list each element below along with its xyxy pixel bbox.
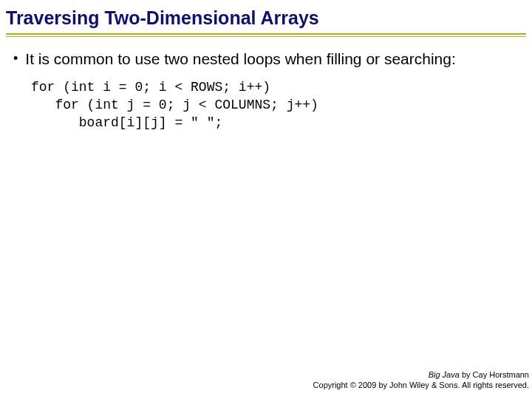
footer-line-1: Big Java by Cay Horstmann [313,369,529,380]
bullet-text: It is common to use two nested loops whe… [25,50,455,68]
bullet-item: • It is common to use two nested loops w… [13,50,525,68]
code-line-3: board[i][j] = " "; [31,115,222,130]
slide-body: • It is common to use two nested loops w… [0,37,532,132]
slide-title: Traversing Two-Dimensional Arrays [6,7,526,29]
footer-book-title: Big Java [429,370,460,379]
title-region: Traversing Two-Dimensional Arrays [0,0,532,37]
footer-copyright: Copyright © 2009 by John Wiley & Sons. A… [313,380,529,390]
code-line-1: for (int i = 0; i < ROWS; i++) [31,80,270,95]
rule-thick [6,33,526,35]
bullet-marker: • [13,50,18,66]
footer-author: by Cay Horstmann [460,370,529,379]
code-block: for (int i = 0; i < ROWS; i++) for (int … [13,68,525,132]
code-line-2: for (int j = 0; j < COLUMNS; j++) [31,98,318,112]
footer: Big Java by Cay Horstmann Copyright © 20… [313,369,529,390]
